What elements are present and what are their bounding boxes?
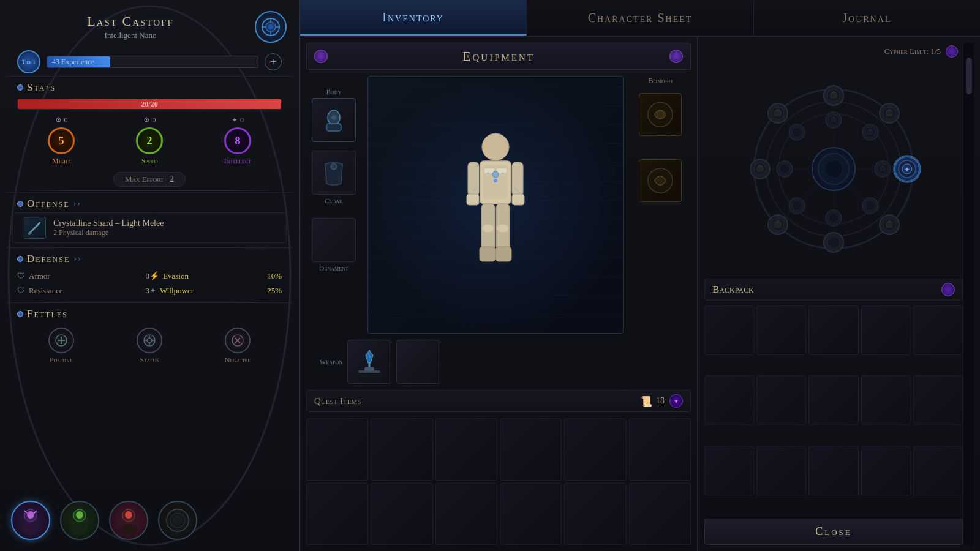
tab-inventory[interactable]: Inventory: [300, 0, 527, 36]
backpack-cell-9[interactable]: [861, 375, 911, 425]
speed-edge: 0: [153, 116, 156, 125]
stats-header: Stats: [6, 76, 293, 96]
backpack-cell-14[interactable]: [861, 446, 911, 495]
grid-cell-9[interactable]: [435, 483, 497, 545]
backpack-cell-8[interactable]: [809, 375, 858, 425]
bonded-slot-1[interactable]: [639, 93, 682, 136]
svg-rect-46: [468, 162, 479, 196]
party-avatar-1[interactable]: [11, 501, 50, 540]
backpack-cell-5[interactable]: [913, 305, 963, 355]
svg-rect-67: [364, 367, 374, 371]
offense-divider: [17, 190, 282, 191]
close-button[interactable]: Close: [704, 519, 963, 545]
backpack-cell-1[interactable]: [704, 305, 754, 355]
evasion-label: Evasion: [163, 271, 261, 281]
svg-rect-97: [757, 167, 763, 171]
right-panel: Cypher Limit: 1/5: [698, 37, 980, 551]
svg-point-23: [22, 524, 39, 534]
weapon-row-bottom: Weapon: [306, 340, 691, 384]
scroll-thumb[interactable]: [966, 58, 972, 94]
svg-point-39: [331, 163, 337, 170]
svg-point-113: [829, 213, 839, 223]
defense-arrows: ››: [74, 254, 81, 264]
backpack-cell-13[interactable]: [809, 446, 858, 495]
defense-divider: [17, 246, 282, 246]
evasion-icon: ⚡: [149, 271, 159, 281]
backpack-cell-7[interactable]: [756, 375, 806, 425]
fettle-positive-label: Positive: [50, 356, 73, 365]
might-edge-row: ⚙ 0: [55, 116, 68, 125]
backpack-cell-3[interactable]: [809, 305, 858, 355]
cloak-slot[interactable]: [312, 151, 356, 195]
willpower-label: Willpower: [160, 286, 261, 296]
left-panel: Last Castoff Intelligent Nano Tier 1: [0, 0, 300, 551]
tab-journal[interactable]: Journal: [754, 0, 980, 36]
backpack-cell-6[interactable]: [704, 375, 754, 425]
backpack-cell-12[interactable]: [756, 446, 806, 495]
cloak-label: Cloak: [325, 197, 343, 204]
fettle-negative[interactable]: Negative: [194, 328, 282, 365]
weapon-slot-2[interactable]: [396, 340, 440, 384]
speed-icon: ⚙: [143, 116, 150, 125]
weapon-name: Crystalline Shard – Light Melee: [53, 219, 164, 228]
backpack-cell-10[interactable]: [913, 375, 963, 425]
grid-cell-12[interactable]: [629, 483, 691, 545]
intellect-circle[interactable]: 8: [224, 127, 251, 154]
backpack-gem[interactable]: [941, 283, 955, 296]
speed-circle[interactable]: 2: [136, 127, 163, 154]
grid-cell-11[interactable]: [564, 483, 626, 545]
character-preview: [368, 76, 624, 334]
tab-character-sheet[interactable]: Character Sheet: [527, 0, 753, 36]
fettle-positive[interactable]: Positive: [17, 328, 105, 365]
might-edge: 0: [64, 116, 68, 125]
ornament-slot[interactable]: [312, 218, 356, 262]
xp-plus-button[interactable]: +: [265, 53, 282, 70]
bonded-slot-2[interactable]: [639, 159, 682, 202]
party-avatar-2[interactable]: [60, 501, 99, 540]
hp-text: 20/20: [18, 99, 281, 109]
character-icon: [255, 11, 287, 43]
grid-cell-6[interactable]: [629, 418, 691, 480]
backpack-cell-15[interactable]: [913, 446, 963, 495]
party-avatar-3[interactable]: [109, 501, 148, 540]
max-effort-label: Max Effort: [125, 174, 164, 184]
tier-label: Tier 1: [22, 59, 36, 66]
weapon-label: Weapon: [309, 358, 342, 365]
svg-point-14: [147, 338, 152, 343]
scroll-bar[interactable]: [963, 43, 974, 545]
svg-rect-109: [880, 167, 885, 171]
char-header: Last Castoff Intelligent Nano: [6, 0, 293, 48]
backpack-cell-2[interactable]: [756, 305, 806, 355]
backpack-cell-4[interactable]: [861, 305, 911, 355]
grid-cell-8[interactable]: [371, 483, 432, 545]
svg-point-62: [657, 111, 664, 118]
grid-cell-4[interactable]: [500, 418, 562, 480]
grid-cell-7[interactable]: [306, 483, 368, 545]
cloak-slot-group: Cloak: [306, 151, 361, 204]
party-avatar-4[interactable]: [158, 501, 197, 540]
fettle-positive-circle[interactable]: [48, 328, 74, 353]
grid-cell-1[interactable]: [306, 418, 368, 480]
svg-rect-47: [512, 162, 523, 196]
svg-point-123: [824, 160, 843, 178]
fettle-status-circle[interactable]: [137, 328, 162, 353]
svg-point-119: [792, 127, 802, 137]
grid-cell-2[interactable]: [371, 418, 432, 480]
speed-edge-row: ⚙ 0: [143, 116, 156, 125]
backpack-grid: [704, 305, 963, 514]
grid-cell-10[interactable]: [500, 483, 562, 545]
weapon-slot-1[interactable]: [347, 340, 391, 384]
quest-expand-button[interactable]: ▼: [669, 394, 683, 408]
svg-rect-49: [512, 194, 524, 205]
svg-point-31: [120, 524, 137, 534]
grid-cell-3[interactable]: [435, 418, 497, 480]
backpack-cell-11[interactable]: [704, 446, 754, 495]
offense-item[interactable]: Crystalline Shard – Light Melee 2 Physic…: [12, 212, 287, 243]
might-circle[interactable]: 5: [48, 127, 75, 154]
svg-point-24: [27, 511, 34, 519]
grid-cell-5[interactable]: [564, 418, 626, 480]
svg-rect-103: [831, 118, 836, 122]
fettle-status[interactable]: Status: [105, 328, 194, 365]
fettle-negative-circle[interactable]: [225, 328, 251, 353]
body-slot[interactable]: [312, 98, 356, 142]
